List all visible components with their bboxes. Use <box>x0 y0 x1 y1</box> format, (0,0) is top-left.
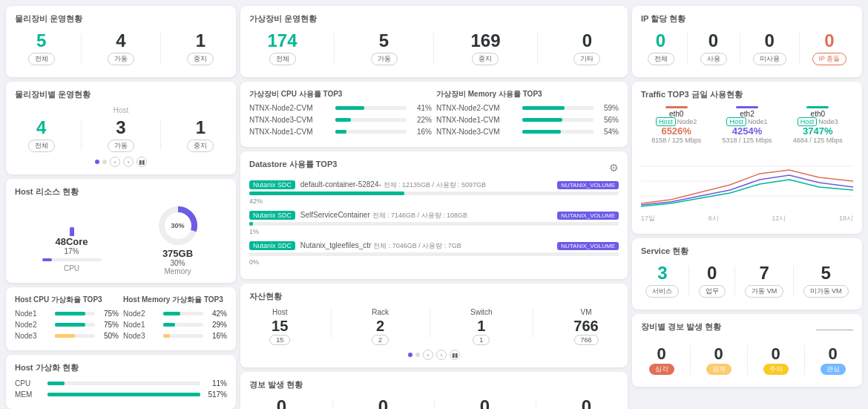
host-running-card: 물리장비별 운영현황 Host 4 전체 3 가동 1 중지 <box>6 82 236 174</box>
mem-top3-row-1: Node2 42% <box>123 310 227 318</box>
memory-resource: 30% 375GB 30% Memory <box>156 203 200 275</box>
alert-title: 경보 발생 현황 <box>249 379 619 390</box>
alert-watch: 0 관심 <box>573 396 601 409</box>
host-label: Host <box>15 106 227 114</box>
traffic-card: Traffic TOP3 금일 사용현황 eth0 HostNode2 6526… <box>632 82 862 234</box>
asset-carousel-prev[interactable]: ‹ <box>423 350 433 360</box>
asset-card: 자산현황 Host 15 15 Rack 2 2 Switch 1 1 <box>240 284 628 367</box>
running-vm-badge[interactable]: 가동 VM <box>745 285 783 298</box>
virtual-total: 174 전체 <box>267 30 297 65</box>
host-stopped: 1 중지 <box>187 117 214 152</box>
da-caution-badge[interactable]: 주의 <box>763 364 789 375</box>
memory-donut: 30% <box>156 203 200 248</box>
host-running: 3 가동 <box>108 117 134 152</box>
vm-mem-row-3: NTNX-Node3-CVM 54% <box>436 128 619 136</box>
alert-caution: 0 주의 <box>471 396 499 409</box>
physical-stopped-number: 1 <box>196 30 206 51</box>
physical-stopped: 1 중지 <box>187 30 214 65</box>
virtual-other-badge[interactable]: 기타 <box>573 53 600 65</box>
host-running-number: 3 <box>116 117 125 138</box>
virtual-other: 0 기타 <box>573 30 600 65</box>
asset-host: Host 15 15 <box>269 308 290 345</box>
host-virt-title: Host 가상화 현황 <box>15 362 227 373</box>
service-badge[interactable]: 서비스 <box>645 285 679 298</box>
physical-total-badge[interactable]: 전체 <box>28 53 55 65</box>
cpu-resource: 48Core 17% CPU <box>42 206 102 272</box>
physical-status-card: 물리장비 운영현황 5 전체 4 가동 1 중지 <box>6 6 236 77</box>
asset-carousel-pause[interactable]: ▮▮ <box>450 350 460 360</box>
carousel-dot-2 <box>102 160 107 164</box>
asset-carousel-dot-1 <box>408 353 412 357</box>
host-stopped-badge[interactable]: 중지 <box>187 140 214 152</box>
vm-mem-row-2: NTNX-Node1-CVM 56% <box>436 116 619 124</box>
ds-tag-1: Nutanix SDC <box>249 180 295 189</box>
stopped-vm-badge[interactable]: 미가동 VM <box>803 285 849 298</box>
host-cpu-top3-title: Host CPU 가상화율 TOP3 <box>15 295 119 305</box>
da-caution: 0 주의 <box>763 344 789 375</box>
host-resource-title: Host 리소스 현황 <box>15 186 227 197</box>
virtual-stopped-badge[interactable]: 중지 <box>472 53 499 65</box>
traffic-chart <box>641 151 853 211</box>
host-mem-top3-title: Host Memory 가상화율 TOP3 <box>123 295 227 305</box>
host-mem-top3: Host Memory 가상화율 TOP3 Node2 42% Node1 29… <box>123 295 227 343</box>
da-critical-badge[interactable]: 심각 <box>649 364 674 375</box>
traffic-color-3 <box>806 106 829 108</box>
asset-carousel-dot-2 <box>415 353 420 357</box>
ds-badge-3: NUTANIX_VOLUME <box>557 242 619 250</box>
virtual-running-badge[interactable]: 가동 <box>371 53 398 65</box>
carousel-next-btn[interactable]: › <box>123 157 134 167</box>
traffic-legend-3: eth0 HostNode3 3747% 4684 / 125 Mbps <box>793 106 843 144</box>
asset-carousel-next[interactable]: › <box>436 350 447 360</box>
da-watch-badge[interactable]: 관심 <box>821 364 846 375</box>
ip-unused-badge[interactable]: 미사용 <box>753 53 786 65</box>
cpu-top3-row-1: Node1 75% <box>15 310 119 318</box>
ip-unused: 0 미사용 <box>753 30 786 65</box>
traffic-legend: eth0 HostNode2 6526% 8158 / 125 Mbps eth… <box>641 106 853 144</box>
traffic-xaxis: 17일 6시 12시 18시 <box>641 214 853 223</box>
da-boundary-badge[interactable]: 경계 <box>706 364 731 375</box>
mem-top3-row-2: Node1 29% <box>123 321 227 329</box>
datastore-gear-icon[interactable]: ⚙ <box>609 162 619 174</box>
virtual-status-title: 가상장비 운영현황 <box>249 13 619 24</box>
host-resource-card: Host 리소스 현황 48Core 17% CPU <box>6 179 236 283</box>
da-boundary: 0 경계 <box>706 344 731 375</box>
physical-running-badge[interactable]: 가동 <box>108 53 134 65</box>
virtual-stopped: 169 중지 <box>470 30 500 65</box>
host-running-badge[interactable]: 가동 <box>108 140 134 152</box>
ip-used-badge[interactable]: 사용 <box>700 53 727 65</box>
mem-size: 375GB <box>162 248 193 259</box>
carousel-pause-btn[interactable]: ▮▮ <box>137 157 147 167</box>
task-badge[interactable]: 업무 <box>699 285 726 298</box>
vm-cpu-title: 가상장비 CPU 사용률 TOP3 <box>249 89 432 99</box>
ds-item-1: Nutanix SDC default-container-52824- 전체 … <box>249 180 619 205</box>
vm-cpu-row-2: NTNX-Node3-CVM 22% <box>249 116 432 124</box>
ds-badge-1: NUTANIX_VOLUME <box>557 181 619 189</box>
ip-conflict-badge[interactable]: IP 충돌 <box>812 53 847 65</box>
carousel-prev-btn[interactable]: ‹ <box>110 157 120 167</box>
host-total-badge[interactable]: 전체 <box>28 140 55 152</box>
virtual-total-badge[interactable]: 전체 <box>269 53 296 65</box>
cpu-top3-row-3: Node3 50% <box>15 332 119 340</box>
traffic-legend-2: eth2 HostNode1 4254% 5318 / 125 Mbps <box>722 106 772 144</box>
da-watch: 0 관심 <box>821 344 846 375</box>
ip-unused-number: 0 <box>764 30 774 51</box>
ip-used: 0 사용 <box>700 30 727 65</box>
vm-cpu-row-1: NTNX-Node2-CVM 41% <box>249 104 432 112</box>
ds-item-3: Nutanix SDC Nutanix_tgleefiles_ctr 전체 : … <box>249 241 619 266</box>
vm-cpu-row-3: NTNX-Node1-CVM 16% <box>249 128 432 136</box>
asset-switch: Switch 1 1 <box>470 308 492 345</box>
virt-cpu-row: CPU 11% <box>15 379 227 387</box>
mem-pct: 30% <box>170 259 185 267</box>
physical-stopped-badge[interactable]: 중지 <box>187 53 214 65</box>
ds-item-2: Nutanix SDC SelfServiceContainer 전체 : 71… <box>249 211 619 235</box>
vm-mem-title: 가상장비 Memory 사용률 TOP3 <box>436 89 619 99</box>
virt-mem-row: MEM 517% <box>15 390 227 399</box>
traffic-color-2 <box>736 106 758 108</box>
traffic-color-1 <box>665 106 688 108</box>
host-stopped-number: 1 <box>196 117 206 138</box>
ip-conflict-number: 0 <box>824 30 834 51</box>
ip-total-badge[interactable]: 전체 <box>648 53 674 65</box>
traffic-title: Traffic TOP3 금일 사용현황 <box>641 89 853 100</box>
ip-title: IP 할당 현황 <box>641 13 853 24</box>
alert-card: 경보 발생 현황 0 심각 0 경계 0 주의 0 <box>240 372 628 409</box>
